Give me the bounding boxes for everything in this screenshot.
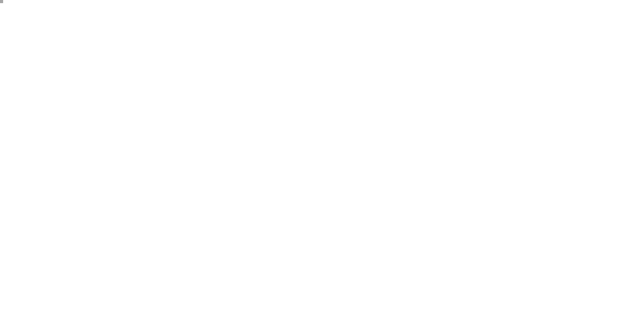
pane-corner-marker — [0, 0, 3, 3]
spreadsheet — [0, 0, 644, 322]
